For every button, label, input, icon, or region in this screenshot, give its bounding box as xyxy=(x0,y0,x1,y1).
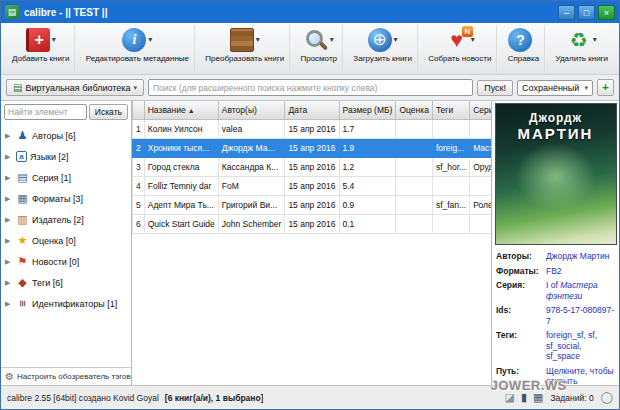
column-header[interactable]: Автор(ы) xyxy=(218,101,285,119)
book-row[interactable]: 4Folliz Temniy darFoM15 апр 20165.4 xyxy=(133,176,492,195)
cell-title[interactable]: Quick Start Guide xyxy=(144,214,218,233)
expand-arrow-icon[interactable]: ▶ xyxy=(5,279,13,287)
cell-size[interactable]: 5.4 xyxy=(339,176,396,195)
cell-rating[interactable] xyxy=(396,138,432,157)
cell-series[interactable] xyxy=(470,119,491,138)
column-header[interactable] xyxy=(133,101,145,119)
cell-series[interactable]: Мастер... xyxy=(470,138,491,157)
tag-browser-item[interactable]: ▶ a Языки [2] xyxy=(1,146,131,167)
tag-browser-item[interactable]: ▶ ≡ Идентификаторы [1] xyxy=(1,293,131,314)
cell-tags[interactable]: sf_fan... xyxy=(432,195,469,214)
cell-authors[interactable]: Григорий Ви... xyxy=(218,195,285,214)
cell-num[interactable]: 2 xyxy=(133,138,145,157)
field-value[interactable]: foreign_sf, sf, sf_social, sf_space xyxy=(546,330,616,362)
cell-rating[interactable] xyxy=(396,195,432,214)
toolbar-button[interactable]: ? ▾ Справка xyxy=(503,25,545,73)
tag-find-button[interactable]: Искать xyxy=(89,104,128,120)
book-cover[interactable]: Джордж МАРТИН xyxy=(495,103,617,245)
toolbar-button[interactable]: + ▾ Добавить книги xyxy=(7,25,75,73)
chevron-down-icon[interactable]: ▾ xyxy=(52,35,56,44)
cell-tags[interactable] xyxy=(432,176,469,195)
field-value[interactable]: Джордж Мартин xyxy=(546,251,616,262)
expand-arrow-icon[interactable]: ▶ xyxy=(5,237,13,245)
cell-size[interactable]: 1.2 xyxy=(339,157,396,176)
cell-num[interactable]: 6 xyxy=(133,214,145,233)
tag-browser-item[interactable]: ▶ ♟ Авторы [6] xyxy=(1,125,131,146)
tag-browser-item[interactable]: ▶ ◆ Теги [6] xyxy=(1,272,131,293)
cell-rating[interactable] xyxy=(396,214,432,233)
toolbar-button[interactable]: ♻ ▾ Удалить книги xyxy=(550,25,613,73)
expand-arrow-icon[interactable]: ▶ xyxy=(5,258,13,266)
tag-browser-item[interactable]: ▶ ▤ Серия [1] xyxy=(1,167,131,188)
column-header[interactable]: Дата xyxy=(285,101,339,119)
book-row[interactable]: 1Колин Уилсонvalea15 апр 20161.7 xyxy=(133,119,492,138)
cell-series[interactable] xyxy=(470,214,491,233)
cell-date[interactable]: 15 апр 2016 xyxy=(285,119,339,138)
tag-browser-item[interactable]: ▶ ⚑ Новости [0] xyxy=(1,251,131,272)
search-input[interactable] xyxy=(148,79,473,96)
cell-size[interactable]: 1.9 xyxy=(339,138,396,157)
field-value[interactable]: Щелкните, чтобы открыть xyxy=(546,366,616,386)
cell-title[interactable]: Город стекла xyxy=(144,157,218,176)
tag-browser-item[interactable]: ▶ ★ Оценка [0] xyxy=(1,230,131,251)
virtual-library-button[interactable]: ▤ Виртуальная библиотека ▾ xyxy=(6,79,144,96)
toolbar-button[interactable]: ▾ Преобразовать книги xyxy=(200,25,290,73)
cell-title[interactable]: Адепт Мира Ть... xyxy=(144,195,218,214)
chevron-down-icon[interactable]: ▾ xyxy=(593,35,597,44)
tag-browser-toggle-icon[interactable]: ◪ xyxy=(505,392,515,403)
book-row[interactable]: 6Quick Start GuideJohn Schember15 апр 20… xyxy=(133,214,492,233)
cell-title[interactable]: Колин Уилсон xyxy=(144,119,218,138)
close-button[interactable]: × xyxy=(598,5,615,20)
toolbar-button[interactable]: ▾ Просмотр xyxy=(295,25,343,73)
column-header[interactable]: Размер (МБ) xyxy=(339,101,396,119)
cell-authors[interactable]: Кассандра К... xyxy=(218,157,285,176)
column-header[interactable]: Серия xyxy=(470,101,491,119)
cell-tags[interactable]: sf_hor... xyxy=(432,157,469,176)
cell-date[interactable]: 15 апр 2016 xyxy=(285,195,339,214)
cell-num[interactable]: 1 xyxy=(133,119,145,138)
book-details-toggle-icon[interactable]: ▮ xyxy=(521,392,527,403)
field-value[interactable]: FB2 xyxy=(546,266,616,277)
jobs-spinner-icon[interactable]: ◯ xyxy=(601,392,613,403)
book-row[interactable]: 3Город стеклаКассандра К...15 апр 20161.… xyxy=(133,157,492,176)
expand-arrow-icon[interactable]: ▶ xyxy=(5,132,13,140)
tag-find-input[interactable] xyxy=(4,104,87,120)
cell-size[interactable]: 0.1 xyxy=(339,214,396,233)
cell-rating[interactable] xyxy=(396,157,432,176)
cell-series[interactable] xyxy=(470,176,491,195)
cell-date[interactable]: 15 апр 2016 xyxy=(285,214,339,233)
configure-tag-browser-button[interactable]: ⚙ Настроить обозреватель тэгов xyxy=(1,367,131,385)
cell-tags[interactable] xyxy=(432,214,469,233)
cell-date[interactable]: 15 апр 2016 xyxy=(285,157,339,176)
cell-tags[interactable] xyxy=(432,119,469,138)
book-row[interactable]: 2Хроники тыся...Джордж Ма...15 апр 20161… xyxy=(133,138,492,157)
cover-grid-toggle-icon[interactable]: ▦ xyxy=(533,392,543,403)
expand-arrow-icon[interactable]: ▶ xyxy=(5,174,13,182)
column-header[interactable]: Название▲ xyxy=(144,101,218,119)
chevron-down-icon[interactable]: ▾ xyxy=(148,35,152,44)
tag-browser-item[interactable]: ▶ ▦ Форматы [3] xyxy=(1,188,131,209)
minimize-button[interactable]: – xyxy=(558,5,575,20)
cell-num[interactable]: 3 xyxy=(133,157,145,176)
cell-series[interactable]: Орудия... xyxy=(470,157,491,176)
cell-rating[interactable] xyxy=(396,176,432,195)
cell-authors[interactable]: valea xyxy=(218,119,285,138)
search-go-button[interactable]: Пуск! xyxy=(477,80,513,96)
expand-arrow-icon[interactable]: ▶ xyxy=(5,153,13,161)
chevron-down-icon[interactable]: ▾ xyxy=(394,35,398,44)
toolbar-button[interactable]: i ▾ Редактировать метаданные xyxy=(81,25,195,73)
chevron-down-icon[interactable]: ▾ xyxy=(330,35,334,44)
cell-title[interactable]: Folliz Temniy dar xyxy=(144,176,218,195)
cell-date[interactable]: 15 апр 2016 xyxy=(285,138,339,157)
cell-rating[interactable] xyxy=(396,119,432,138)
maximize-button[interactable]: □ xyxy=(578,5,595,20)
cell-num[interactable]: 4 xyxy=(133,176,145,195)
cell-series[interactable]: Ролеви... xyxy=(470,195,491,214)
cell-date[interactable]: 15 апр 2016 xyxy=(285,176,339,195)
tag-browser-item[interactable]: ▶ ▥ Издатель [2] xyxy=(1,209,131,230)
expand-arrow-icon[interactable]: ▶ xyxy=(5,195,13,203)
column-header[interactable]: Теги xyxy=(432,101,469,119)
saved-search-dropdown[interactable]: Сохранённый ▾ xyxy=(517,80,593,96)
cell-num[interactable]: 5 xyxy=(133,195,145,214)
field-value[interactable]: 978-5-17-080897-7 xyxy=(546,305,616,326)
